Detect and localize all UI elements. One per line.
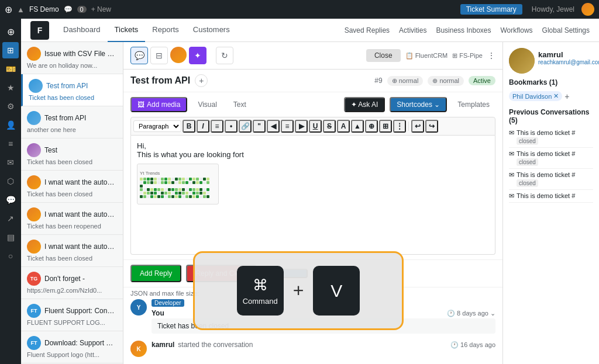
- sidebar-icon-ticket[interactable]: 🎫: [2, 61, 19, 77]
- closed-badge-1: closed: [517, 137, 538, 145]
- ticket-item[interactable]: I wnat want the autom... Ticket has been…: [21, 235, 123, 267]
- insert-button[interactable]: ⊕: [365, 120, 378, 133]
- ordered-list-button[interactable]: ≡: [211, 120, 223, 133]
- layout-icon[interactable]: ⊟: [150, 47, 168, 64]
- ticket-item-active[interactable]: Test from API Ticket has been closed: [21, 74, 123, 106]
- bold-button[interactable]: B: [183, 120, 195, 133]
- add-reply-button[interactable]: Add Reply: [130, 265, 181, 282]
- bookmarks-section: Bookmarks (1) Phil Davidson ✕ +: [509, 78, 593, 101]
- add-media-button[interactable]: 🖼 Add media: [130, 97, 187, 112]
- templates-button[interactable]: Templates: [452, 98, 495, 111]
- nav-dashboard[interactable]: Dashboard: [56, 19, 108, 42]
- editor-content[interactable]: Hi, This is what you are looking fort Yt…: [130, 136, 495, 255]
- underline-button[interactable]: U: [309, 120, 322, 133]
- kamrul-action: started the conversation: [178, 341, 253, 349]
- prev-conv-text-4: This is demo ticket #: [517, 192, 575, 199]
- mail-icon-prev: ✉: [509, 129, 514, 137]
- sidebar-icon-filter[interactable]: ≡: [2, 136, 19, 152]
- keyboard-shortcut-overlay: ⌘ Command + V: [193, 251, 404, 330]
- strike-button[interactable]: S: [323, 120, 336, 133]
- text-tab[interactable]: Text: [228, 98, 252, 111]
- new-button[interactable]: + New: [91, 5, 111, 13]
- sidebar-icon-star[interactable]: ★: [2, 79, 19, 96]
- ticket-item[interactable]: Issue with CSV File Imp... We are on hol…: [21, 42, 123, 74]
- expand-icon[interactable]: ⌄: [490, 310, 495, 317]
- sidebar-icon-wp[interactable]: ⊕: [2, 23, 19, 40]
- spark-icon[interactable]: ✦: [189, 47, 206, 64]
- bookmark-remove-icon[interactable]: ✕: [553, 92, 559, 100]
- kamrul-message-body: kamrul started the conversation 🕐 16 day…: [152, 341, 495, 350]
- link-button[interactable]: 🔗: [239, 120, 252, 133]
- prev-conv-text-1: This is demo ticket #: [517, 129, 575, 136]
- shortcodes-button[interactable]: Shortcodes ⌄: [390, 97, 447, 112]
- chart-thumbnail: Yt Trends: [137, 164, 219, 204]
- sidebar-icon-arrow[interactable]: ↗: [2, 210, 19, 227]
- ticket-item[interactable]: Test Ticket has been closed: [21, 138, 123, 171]
- align-left-button[interactable]: ◀: [267, 120, 280, 133]
- sidebar-icon-hex[interactable]: ⬡: [2, 173, 19, 189]
- activities-link[interactable]: Activities: [399, 26, 426, 34]
- font-color-button[interactable]: A: [337, 120, 350, 133]
- wp-icon: ▲: [17, 5, 25, 14]
- ticket-item[interactable]: Test from API another one here: [21, 106, 123, 138]
- notif-badge[interactable]: 0: [77, 6, 87, 13]
- fluent-crm-tag: 📋 FluentCRM: [405, 52, 448, 60]
- more-options-icon[interactable]: ⋮: [487, 51, 495, 60]
- close-ticket-button[interactable]: Close: [366, 49, 401, 62]
- clock-icon: 🕐: [447, 310, 455, 317]
- highlight-button[interactable]: ▲: [351, 120, 364, 133]
- sidebar-icon-circle[interactable]: ○: [2, 248, 19, 264]
- sidebar-icon-chat[interactable]: 💬: [2, 192, 19, 208]
- prev-conv-item-2[interactable]: ✉ This is demo ticket # closed: [509, 148, 593, 169]
- more-tb-button[interactable]: ⋮: [393, 120, 406, 133]
- global-settings-link[interactable]: Global Settings: [542, 26, 590, 34]
- ticket-item[interactable]: TGDon't forget - https://em.g2.com/NzId0…: [21, 267, 123, 299]
- mail-icon-prev-4: ✉: [509, 192, 514, 200]
- undo-button[interactable]: ↩: [411, 120, 424, 133]
- sidebar-icon-settings[interactable]: ⚙: [2, 98, 19, 115]
- command-label: Command: [243, 297, 278, 306]
- ticket-item[interactable]: I wnat want the autom... Ticket has been…: [21, 171, 123, 203]
- italic-button[interactable]: I: [197, 120, 209, 133]
- ticket-header: 💬 ⊟ ✦ ↻ Close 📋 FluentCRM ⊞ FS-Pipe ⋮: [123, 42, 502, 70]
- blockquote-button[interactable]: ": [253, 120, 266, 133]
- add-tag-button[interactable]: +: [195, 74, 208, 87]
- howdy-label: Howdy, Jewel: [532, 5, 574, 13]
- sidebar-icon-bar[interactable]: ▤: [2, 229, 19, 245]
- prev-conv-item-4[interactable]: ✉ This is demo ticket #: [509, 190, 593, 203]
- align-center-button[interactable]: ≡: [281, 120, 294, 133]
- sidebar-icon-grid[interactable]: ⊞: [2, 42, 19, 58]
- prev-conv-item-3[interactable]: ✉ This is demo ticket # closed: [509, 169, 593, 190]
- add-bookmark-icon[interactable]: +: [564, 92, 569, 101]
- bookmarks-header: Bookmarks (1): [509, 78, 593, 89]
- nav-tickets[interactable]: Tickets: [108, 19, 146, 42]
- ask-ai-button[interactable]: ✦ Ask AI: [344, 97, 385, 112]
- unordered-list-button[interactable]: •: [225, 120, 237, 133]
- nav-customers[interactable]: Customers: [186, 19, 237, 42]
- right-panel-header: kamrul reachkamrul@gmail.com ⋯: [509, 48, 593, 74]
- chat-view-icon[interactable]: 💬: [130, 47, 148, 64]
- bookmarks-content: Phil Davidson ✕ +: [509, 91, 593, 101]
- status-tag: Active: [469, 76, 495, 85]
- ticket-item[interactable]: FTDownload: Support Tea... Fluent Suppor…: [21, 331, 123, 363]
- paragraph-select[interactable]: Paragraph: [133, 120, 181, 132]
- workflows-link[interactable]: Workflows: [500, 26, 532, 34]
- editor-line-2: This is what you are looking fort: [137, 150, 489, 159]
- refresh-icon[interactable]: ↻: [216, 47, 233, 64]
- nav-reports[interactable]: Reports: [145, 19, 186, 42]
- business-inboxes-link[interactable]: Business Inboxes: [436, 26, 491, 34]
- ticket-item[interactable]: FTFluent Support: Confirm... FLUENT SUPP…: [21, 299, 123, 331]
- sidebar-icon-mail[interactable]: ✉: [2, 154, 19, 171]
- plus-sign: +: [293, 280, 304, 301]
- right-panel: kamrul reachkamrul@gmail.com ⋯ Bookmarks…: [502, 42, 599, 364]
- saved-replies-link[interactable]: Saved Replies: [345, 26, 390, 34]
- ticket-summary-button[interactable]: Ticket Summary: [460, 4, 522, 15]
- prev-conv-item-1[interactable]: ✉ This is demo ticket # closed: [509, 127, 593, 148]
- align-right-button[interactable]: ▶: [295, 120, 308, 133]
- table-button[interactable]: ⊞: [379, 120, 392, 133]
- redo-button[interactable]: ↪: [425, 120, 438, 133]
- ticket-item[interactable]: I wnat want the autom... Ticket has been…: [21, 203, 123, 235]
- sidebar-icon-user[interactable]: 👤: [2, 117, 19, 133]
- visual-tab[interactable]: Visual: [192, 98, 222, 111]
- closed-badge-3: closed: [517, 179, 538, 187]
